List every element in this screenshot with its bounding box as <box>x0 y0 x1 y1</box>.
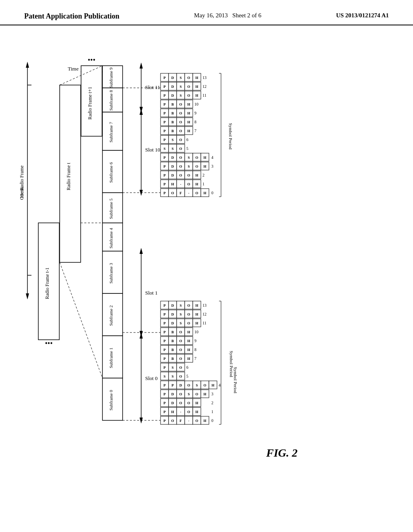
svg-rect-25 <box>102 336 123 378</box>
svg-text:P: P <box>163 330 166 334</box>
svg-rect-196 <box>177 310 185 318</box>
svg-text:H: H <box>203 156 206 160</box>
svg-text:D: D <box>171 94 174 98</box>
svg-rect-37 <box>102 112 123 150</box>
svg-text:S: S <box>163 147 165 151</box>
svg-rect-248 <box>185 171 193 179</box>
svg-text:-: - <box>188 419 190 423</box>
svg-marker-46 <box>140 332 143 339</box>
sheet-info: May 16, 2013 Sheet 2 of 6 <box>194 12 261 19</box>
svg-text:B: B <box>171 129 174 133</box>
svg-text:O: O <box>179 156 182 160</box>
svg-text:O: O <box>187 383 190 387</box>
svg-text:13: 13 <box>202 75 206 80</box>
svg-text:B: B <box>171 339 174 343</box>
svg-text:12: 12 <box>202 84 206 89</box>
svg-text:D: D <box>171 76 174 80</box>
svg-text:Subframe 0: Subframe 0 <box>108 390 113 411</box>
svg-rect-132 <box>169 372 177 380</box>
svg-text:Subframe 8: Subframe 8 <box>108 90 113 111</box>
svg-text:O: O <box>187 173 190 177</box>
svg-rect-102 <box>161 390 169 398</box>
svg-marker-54 <box>140 190 143 196</box>
svg-rect-106 <box>177 390 185 398</box>
svg-rect-75 <box>193 416 201 424</box>
svg-text:P: P <box>163 357 166 361</box>
svg-text:B: B <box>171 111 174 115</box>
svg-rect-165 <box>169 337 177 345</box>
svg-text:H: H <box>195 182 198 186</box>
svg-text:O: O <box>179 339 182 343</box>
svg-text:H: H <box>203 392 206 396</box>
svg-rect-270 <box>177 153 185 161</box>
svg-rect-104 <box>169 390 177 398</box>
svg-rect-288 <box>169 135 177 143</box>
svg-text:12: 12 <box>202 312 206 316</box>
svg-marker-49 <box>140 331 143 337</box>
svg-rect-246 <box>177 171 185 179</box>
svg-rect-157 <box>177 345 185 353</box>
svg-text:H: H <box>171 182 174 186</box>
svg-text:-: - <box>180 410 181 414</box>
svg-rect-342 <box>169 82 177 90</box>
svg-text:O: O <box>187 85 190 89</box>
svg-text:8: 8 <box>194 347 196 352</box>
svg-rect-207 <box>177 301 185 309</box>
svg-text:B: B <box>171 102 174 106</box>
svg-rect-228 <box>201 189 209 197</box>
svg-text:H: H <box>195 76 198 80</box>
svg-text:7: 7 <box>194 129 196 133</box>
svg-rect-205 <box>169 301 177 309</box>
svg-rect-244 <box>169 171 177 179</box>
svg-text:P: P <box>163 339 166 343</box>
svg-line-20 <box>60 66 102 85</box>
svg-marker-4 <box>26 62 29 68</box>
svg-text:P: P <box>163 401 166 405</box>
svg-rect-110 <box>193 390 201 398</box>
patent-number: US 2013/0121274 A1 <box>336 12 389 19</box>
svg-rect-99 <box>193 399 201 407</box>
svg-rect-331 <box>169 91 177 99</box>
svg-rect-250 <box>193 171 201 179</box>
svg-text:Symbol Period: Symbol Period <box>228 123 233 150</box>
svg-text:9: 9 <box>194 111 196 115</box>
svg-text:10 ms: 10 ms <box>19 187 25 198</box>
svg-text:10: 10 <box>194 330 198 334</box>
svg-rect-153 <box>161 345 169 353</box>
svg-text:O: O <box>179 111 182 115</box>
svg-rect-82 <box>169 407 177 416</box>
svg-rect-224 <box>185 189 193 197</box>
svg-text:H: H <box>195 401 198 405</box>
svg-rect-279 <box>161 144 169 152</box>
svg-text:D: D <box>171 303 174 308</box>
svg-rect-121 <box>185 381 193 389</box>
svg-rect-185 <box>177 319 185 327</box>
svg-text:3: 3 <box>211 164 213 168</box>
svg-rect-311 <box>161 109 169 117</box>
svg-text:Subframe 2: Subframe 2 <box>108 305 113 326</box>
svg-rect-125 <box>201 381 209 389</box>
svg-rect-108 <box>185 390 193 398</box>
svg-rect-218 <box>161 189 169 197</box>
svg-text:P: P <box>163 156 166 160</box>
svg-text:F: F <box>179 419 182 423</box>
svg-rect-39 <box>102 88 123 112</box>
svg-text:B: B <box>171 348 174 352</box>
svg-rect-91 <box>161 399 169 407</box>
svg-text:H: H <box>187 339 190 343</box>
svg-text:6: 6 <box>186 137 188 142</box>
svg-text:Slot 10: Slot 10 <box>145 147 160 153</box>
svg-text:D: D <box>171 392 174 396</box>
svg-text:O: O <box>171 191 174 195</box>
svg-rect-71 <box>177 416 185 424</box>
svg-text:H: H <box>171 410 174 414</box>
svg-text:H: H <box>187 120 190 124</box>
svg-rect-189 <box>193 319 201 327</box>
svg-rect-259 <box>185 162 193 170</box>
svg-rect-73 <box>185 416 193 424</box>
svg-rect-293 <box>161 127 169 135</box>
svg-text:2: 2 <box>202 173 204 177</box>
svg-rect-322 <box>169 100 177 108</box>
svg-text:8: 8 <box>194 120 196 124</box>
svg-rect-200 <box>193 310 201 318</box>
